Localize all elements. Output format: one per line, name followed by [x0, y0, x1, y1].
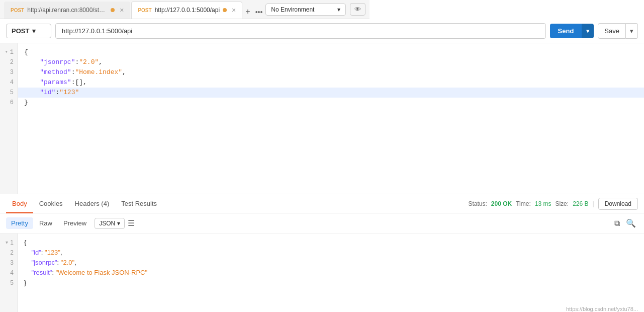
req-line-num-5: 5	[0, 88, 18, 98]
environment-chevron-icon: ▾	[337, 6, 340, 13]
time-value: 13 ms	[535, 200, 551, 207]
response-format-bar: Pretty Raw Preview JSON ▾ ☰ ⧉ 🔍	[0, 213, 644, 233]
url-bar: POST ▾ Send ▾ Save ▾	[0, 19, 644, 43]
copy-response-button[interactable]: ⧉	[612, 216, 622, 230]
send-dropdown-button[interactable]: ▾	[582, 24, 594, 38]
resp-line-num-1: ▾1	[0, 238, 18, 248]
watermark: https://blog.csdn.net/yxtu78...	[566, 306, 638, 312]
req-line-num-3: 3	[0, 67, 18, 77]
req-code-line-4: "params":[],	[24, 77, 638, 88]
req-code-line-3: "method":"Home.index",	[24, 67, 638, 77]
tab-body[interactable]: Body	[6, 194, 33, 213]
tab-1[interactable]: POST http://api.renran.cn:8000/store ×	[4, 2, 130, 19]
format-pretty-label: Pretty	[11, 219, 28, 227]
tab1-close-button[interactable]: ×	[120, 6, 124, 14]
send-dropdown-icon: ▾	[586, 27, 590, 35]
req-code-line-5: "id":"123"	[18, 88, 644, 98]
response-code-content: { "id": "123", "jsonrpc": "2.0", "result…	[18, 233, 644, 312]
search-icon: 🔍	[626, 219, 636, 227]
response-body-area[interactable]: ▾1 2 3 4 5 { "id": "123", "jsonrpc": "2.…	[0, 233, 644, 312]
req-line-num-2: 2	[0, 57, 18, 67]
tab1-url: http://api.renran.cn:8000/store	[27, 7, 108, 14]
save-button[interactable]: Save	[598, 23, 626, 39]
status-label: Status:	[468, 200, 487, 207]
tab-test-results-label: Test Results	[121, 200, 157, 207]
resp-line-num-4: 4	[0, 268, 18, 278]
tab2-modified-dot	[223, 8, 227, 12]
time-label: Time:	[516, 200, 531, 207]
tab2-url: http://127.0.0.1:5000/api	[155, 7, 220, 14]
size-label: Size:	[555, 200, 569, 207]
req-code-line-2: "jsonrpc":"2.0",	[24, 57, 638, 67]
format-raw-label: Raw	[39, 219, 52, 227]
tab2-method: POST	[138, 8, 151, 13]
tab2-close-button[interactable]: ×	[232, 6, 236, 14]
send-button[interactable]: Send	[550, 24, 582, 38]
environment-label: No Environment	[271, 6, 314, 13]
req-code-line-6: }	[24, 98, 638, 108]
response-tabs-bar: Body Cookies Headers (4) Test Results St…	[0, 194, 644, 213]
method-chevron-icon: ▾	[32, 27, 36, 35]
format-raw-button[interactable]: Raw	[34, 217, 57, 229]
tab-headers[interactable]: Headers (4)	[69, 194, 116, 213]
resp-code-line-5: }	[24, 278, 638, 288]
method-label: POST	[12, 27, 29, 35]
tab-headers-label: Headers (4)	[75, 200, 110, 207]
save-dropdown-icon: ▾	[630, 27, 633, 35]
more-tabs-button[interactable]: •••	[253, 6, 265, 18]
tab1-method: POST	[11, 8, 24, 13]
save-label: Save	[604, 27, 619, 35]
request-code-content[interactable]: { "jsonrpc":"2.0", "method":"Home.index"…	[18, 43, 644, 194]
response-line-numbers: ▾1 2 3 4 5	[0, 233, 18, 312]
req-line-num-1: ▾1	[0, 47, 18, 57]
response-meta: Status: 200 OK Time: 13 ms Size: 226 B |…	[468, 198, 638, 210]
resp-code-line-1: {	[24, 238, 638, 248]
add-tab-button[interactable]: +	[243, 5, 252, 18]
tab1-modified-dot	[111, 8, 115, 12]
req-line-num-4: 4	[0, 77, 18, 88]
tab-cookies[interactable]: Cookies	[33, 194, 69, 213]
req-line-num-6: 6	[0, 98, 18, 108]
format-preview-label: Preview	[63, 219, 86, 227]
meta-divider: |	[593, 200, 594, 207]
format-type-label: JSON	[99, 220, 115, 227]
url-input[interactable]	[55, 23, 546, 39]
search-response-button[interactable]: 🔍	[624, 216, 638, 230]
eye-icon: 👁	[354, 6, 361, 13]
save-dropdown-button[interactable]: ▾	[626, 23, 638, 39]
resp-code-line-2: "id": "123",	[24, 248, 638, 258]
req-code-line-1: {	[24, 47, 638, 57]
format-preview-button[interactable]: Preview	[58, 217, 91, 229]
method-selector[interactable]: POST ▾	[6, 24, 51, 38]
wrap-lines-icon: ☰	[128, 219, 135, 227]
tab-body-label: Body	[12, 200, 27, 207]
format-type-chevron-icon: ▾	[117, 220, 120, 227]
tab-test-results[interactable]: Test Results	[115, 194, 163, 213]
resp-line-num-2: 2	[0, 248, 18, 258]
copy-icon: ⧉	[614, 219, 620, 227]
response-tools: ⧉ 🔍	[612, 216, 638, 230]
send-label: Send	[558, 27, 574, 35]
wrap-lines-button[interactable]: ☰	[126, 216, 137, 230]
resp-line-num-3: 3	[0, 258, 18, 268]
tab-bar: POST http://api.renran.cn:8000/store × P…	[0, 0, 644, 19]
tab-2[interactable]: POST http://127.0.0.1:5000/api ×	[131, 2, 242, 19]
format-pretty-button[interactable]: Pretty	[6, 217, 33, 229]
download-button[interactable]: Download	[598, 198, 638, 210]
tab-cookies-label: Cookies	[39, 200, 63, 207]
environment-eye-button[interactable]: 👁	[350, 3, 365, 16]
resp-code-line-4: "result": "Welcome to Flask JSON-RPC"	[24, 268, 638, 278]
resp-line-num-5: 5	[0, 278, 18, 288]
resp-code-line-3: "jsonrpc": "2.0",	[24, 258, 638, 268]
response-section: Body Cookies Headers (4) Test Results St…	[0, 194, 644, 312]
request-line-numbers: ▾1 2 3 4 5 6	[0, 43, 18, 194]
size-value: 226 B	[573, 200, 588, 207]
download-label: Download	[605, 200, 631, 207]
request-body-editor[interactable]: ▾1 2 3 4 5 6 { "jsonrpc":"2.0", "method"…	[0, 43, 644, 194]
status-value: 200 OK	[491, 200, 512, 207]
format-type-selector[interactable]: JSON ▾	[95, 218, 125, 229]
environment-selector[interactable]: No Environment ▾	[265, 4, 346, 16]
